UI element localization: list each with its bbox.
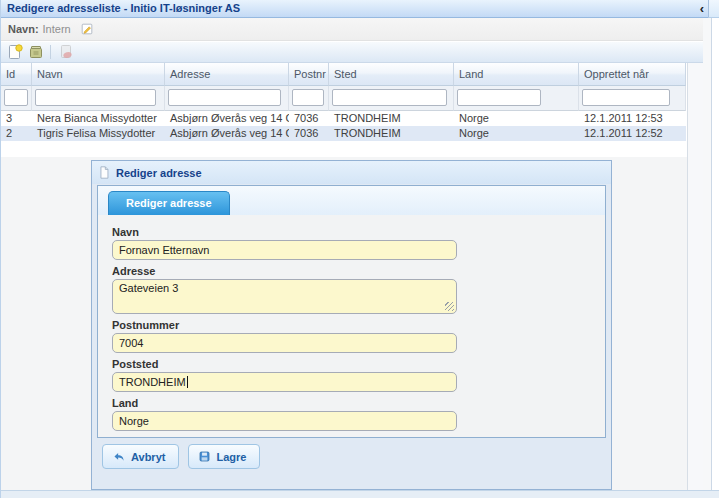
- tab-bar: Rediger adresse: [98, 186, 605, 215]
- edit-name-icon[interactable]: [80, 22, 94, 36]
- name-bar: Navn:Intern: [1, 18, 703, 41]
- filter-input-sted[interactable]: [332, 89, 447, 106]
- poststed-input-value: TRONDHEIM: [119, 376, 186, 388]
- grid-scrollbar-track: [687, 63, 703, 490]
- cell-sted[interactable]: TRONDHEIM: [329, 126, 454, 141]
- column-header-postnr[interactable]: Postnr: [289, 63, 329, 86]
- collapse-panel-icon[interactable]: ‹: [696, 1, 708, 16]
- archive-box-icon: [28, 44, 44, 60]
- column-header-navn[interactable]: Navn: [32, 63, 165, 86]
- adresse-textarea[interactable]: Gateveien 3: [112, 279, 457, 314]
- filter-cell: [329, 86, 454, 111]
- form-group-land: Land Norge: [112, 397, 605, 431]
- table-row[interactable]: 3 Nera Bianca Missydotter Asbjørn Øverås…: [1, 111, 686, 126]
- filter-cell: [1, 86, 32, 111]
- filter-input-navn[interactable]: [35, 89, 156, 106]
- cell-navn[interactable]: Nera Bianca Missydotter: [32, 111, 165, 126]
- column-header-sted[interactable]: Sted: [329, 63, 454, 86]
- cell-adresse[interactable]: Asbjørn Øverås veg 14 G: [165, 111, 289, 126]
- titlebar-right-edge: [708, 0, 719, 18]
- filter-input-adresse[interactable]: [168, 89, 281, 106]
- window-bottom-edge: [1, 490, 719, 498]
- filter-input-land[interactable]: [457, 89, 541, 106]
- poststed-input[interactable]: TRONDHEIM: [112, 372, 457, 392]
- filter-input-postnr[interactable]: [292, 89, 324, 106]
- filter-cell: [289, 86, 329, 111]
- navn-label: Navn: [112, 226, 605, 238]
- filter-cell: [579, 86, 686, 111]
- dialog-tab-panel: Rediger adresse Navn Fornavn Etternavn A…: [97, 185, 606, 438]
- cell-opprettet[interactable]: 12.1.2011 12:52: [579, 126, 686, 141]
- lagre-button-label: Lagre: [216, 451, 246, 463]
- cell-postnr[interactable]: 7036: [289, 111, 329, 126]
- lagre-button[interactable]: Lagre: [188, 444, 260, 469]
- cell-postnr[interactable]: 7036: [289, 126, 329, 141]
- grid-header-row: Id Navn Adresse Postnr Sted Land Opprett…: [1, 63, 686, 86]
- filter-cell: [165, 86, 289, 111]
- window-title: Redigere adresseliste - Initio IT-løsnin…: [7, 2, 240, 14]
- name-bar-value: Intern: [43, 23, 71, 35]
- land-input-value: Norge: [119, 415, 149, 427]
- grid-filter-row: [1, 86, 686, 111]
- new-document-icon: [7, 44, 23, 60]
- dialog-header[interactable]: Rediger adresse: [92, 161, 611, 184]
- avbryt-button[interactable]: Avbryt: [102, 444, 179, 469]
- filter-cell: [32, 86, 165, 111]
- grid-empty-area: [1, 141, 686, 157]
- dialog-title: Rediger adresse: [116, 167, 202, 179]
- address-form: Navn Fornavn Etternavn Adresse Gateveien…: [98, 215, 605, 431]
- adresse-input-value: Gateveien 3: [119, 282, 178, 294]
- save-disk-icon: [198, 450, 211, 463]
- window-titlebar: Redigere adresseliste - Initio IT-løsnin…: [1, 0, 708, 18]
- right-margin: [703, 18, 711, 498]
- text-cursor: [187, 376, 188, 388]
- adresse-label: Adresse: [112, 265, 605, 277]
- column-header-opprettet[interactable]: Opprettet når: [579, 63, 686, 86]
- filter-input-opprettet[interactable]: [582, 89, 670, 106]
- undo-arrow-icon: [112, 450, 126, 464]
- form-group-adresse: Adresse Gateveien 3: [112, 265, 605, 314]
- grid-toolbar: [1, 41, 703, 63]
- cell-id[interactable]: 2: [1, 126, 32, 141]
- poststed-label: Poststed: [112, 358, 605, 370]
- form-group-navn: Navn Fornavn Etternavn: [112, 226, 605, 260]
- column-header-adresse[interactable]: Adresse: [165, 63, 289, 86]
- app-window: Redigere adresseliste - Initio IT-løsnin…: [0, 0, 719, 498]
- form-group-poststed: Poststed TRONDHEIM: [112, 358, 605, 392]
- filter-input-id[interactable]: [4, 89, 28, 106]
- column-header-id[interactable]: Id: [1, 63, 32, 86]
- form-group-postnummer: Postnummer 7004: [112, 319, 605, 353]
- address-grid: Id Navn Adresse Postnr Sted Land Opprett…: [1, 63, 703, 157]
- avbryt-button-label: Avbryt: [131, 451, 165, 463]
- postnummer-input[interactable]: 7004: [112, 333, 457, 353]
- column-header-land[interactable]: Land: [454, 63, 579, 86]
- postnummer-label: Postnummer: [112, 319, 605, 331]
- document-icon: [97, 165, 111, 180]
- cell-land[interactable]: Norge: [454, 111, 579, 126]
- navn-input[interactable]: Fornavn Etternavn: [112, 240, 457, 260]
- new-entry-button[interactable]: [4, 43, 25, 62]
- land-input[interactable]: Norge: [112, 411, 457, 431]
- cell-land[interactable]: Norge: [454, 126, 579, 141]
- table-row[interactable]: 2 Tigris Felisa Missydotter Asbjørn Øver…: [1, 126, 686, 141]
- dialog-footer: Avbryt Lagre: [102, 444, 260, 469]
- window-right-edge: [711, 18, 719, 498]
- delete-document-icon: [58, 44, 74, 60]
- toolbar-separator: [50, 45, 51, 59]
- cell-navn[interactable]: Tigris Felisa Missydotter: [32, 126, 165, 141]
- name-bar-label: Navn:: [8, 23, 39, 35]
- cell-sted[interactable]: TRONDHEIM: [329, 111, 454, 126]
- edit-address-dialog: Rediger adresse Rediger adresse Navn For…: [91, 160, 612, 490]
- archive-button[interactable]: [25, 43, 46, 62]
- navn-input-value: Fornavn Etternavn: [119, 244, 210, 256]
- tab-rediger-adresse[interactable]: Rediger adresse: [108, 191, 230, 215]
- cell-id[interactable]: 3: [1, 111, 32, 126]
- land-label: Land: [112, 397, 605, 409]
- delete-entry-button: [55, 43, 76, 62]
- cell-opprettet[interactable]: 12.1.2011 12:53: [579, 111, 686, 126]
- postnummer-input-value: 7004: [119, 337, 143, 349]
- filter-cell: [454, 86, 579, 111]
- cell-adresse[interactable]: Asbjørn Øverås veg 14 G: [165, 126, 289, 141]
